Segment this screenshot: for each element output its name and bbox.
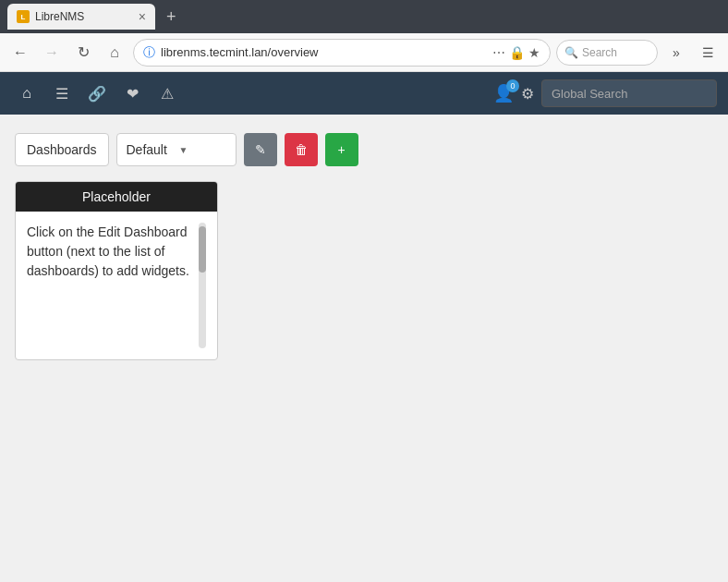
back-button[interactable]: ← [7, 40, 33, 66]
tab-favicon: L [17, 10, 30, 23]
menu-button[interactable]: ☰ [695, 40, 721, 66]
nav-link-icon[interactable]: 🔗 [81, 78, 113, 109]
dashboard-widget: Placeholder Click on the Edit Dashboard … [15, 181, 218, 360]
edit-icon: ✎ [255, 142, 266, 157]
extensions-button[interactable]: » [663, 40, 689, 66]
global-search-input[interactable] [541, 79, 717, 107]
nav-info-icon[interactable]: ⚠ [152, 78, 183, 109]
browser-nav-bar: ← → ↻ ⌂ ⓘ librenms.tecmint.lan/overview … [0, 33, 728, 72]
home-button[interactable]: ⌂ [102, 40, 127, 66]
browser-title-bar: L LibreNMS × + [0, 0, 728, 33]
edit-dashboard-button[interactable]: ✎ [244, 133, 277, 166]
tab-close-button[interactable]: × [139, 10, 146, 23]
address-bar[interactable]: ⓘ librenms.tecmint.lan/overview ⋯ 🔒 ★ [133, 39, 551, 67]
nav-home-icon[interactable]: ⌂ [11, 78, 42, 109]
widget-header: Placeholder [16, 182, 217, 212]
nav-right: 👤 0 ⚙ [493, 79, 717, 107]
more-options-icon[interactable]: ⋯ [492, 45, 505, 60]
nav-health-icon[interactable]: ❤ [116, 78, 148, 109]
add-dashboard-button[interactable]: + [325, 133, 358, 166]
chevron-down-icon: ▼ [179, 145, 226, 155]
shield-icon[interactable]: 🔒 [509, 45, 525, 60]
trash-icon: 🗑 [295, 142, 308, 157]
search-icon: 🔍 [564, 46, 578, 59]
widget-body: Click on the Edit Dashboard button (next… [16, 212, 217, 359]
bookmark-icon[interactable]: ★ [528, 45, 540, 60]
widget-content: Click on the Edit Dashboard button (next… [27, 223, 195, 348]
new-tab-button[interactable]: + [161, 6, 182, 29]
user-avatar-button[interactable]: 👤 0 [493, 83, 514, 103]
dashboard-select[interactable]: Default ▼ [116, 133, 237, 166]
widget-scrollbar-thumb [199, 226, 206, 273]
app-nav-bar: ⌂ ☰ 🔗 ❤ ⚠ 👤 0 ⚙ [0, 72, 728, 115]
nav-list-icon[interactable]: ☰ [46, 78, 78, 109]
address-info-icon: ⓘ [143, 44, 155, 61]
refresh-button[interactable]: ↻ [70, 40, 96, 66]
widget-scrollbar[interactable] [199, 223, 206, 348]
dashboard-select-value: Default [127, 142, 174, 157]
main-content: Dashboards Default ▼ ✎ 🗑 + Placeholder C… [0, 115, 728, 582]
delete-dashboard-button[interactable]: 🗑 [285, 133, 318, 166]
notification-badge: 0 [506, 79, 519, 92]
settings-icon[interactable]: ⚙ [521, 85, 534, 103]
browser-tab[interactable]: L LibreNMS × [7, 4, 155, 30]
forward-button[interactable]: → [39, 40, 65, 66]
address-text: librenms.tecmint.lan/overview [161, 45, 319, 59]
browser-search-placeholder: Search [582, 46, 617, 59]
dashboards-label: Dashboards [15, 133, 109, 166]
browser-search-bar[interactable]: 🔍 Search [556, 40, 658, 66]
plus-icon: + [337, 142, 345, 157]
tab-label: LibreNMS [35, 10, 84, 23]
dashboard-toolbar: Dashboards Default ▼ ✎ 🗑 + [15, 133, 713, 166]
address-actions: ⋯ 🔒 ★ [492, 45, 540, 60]
